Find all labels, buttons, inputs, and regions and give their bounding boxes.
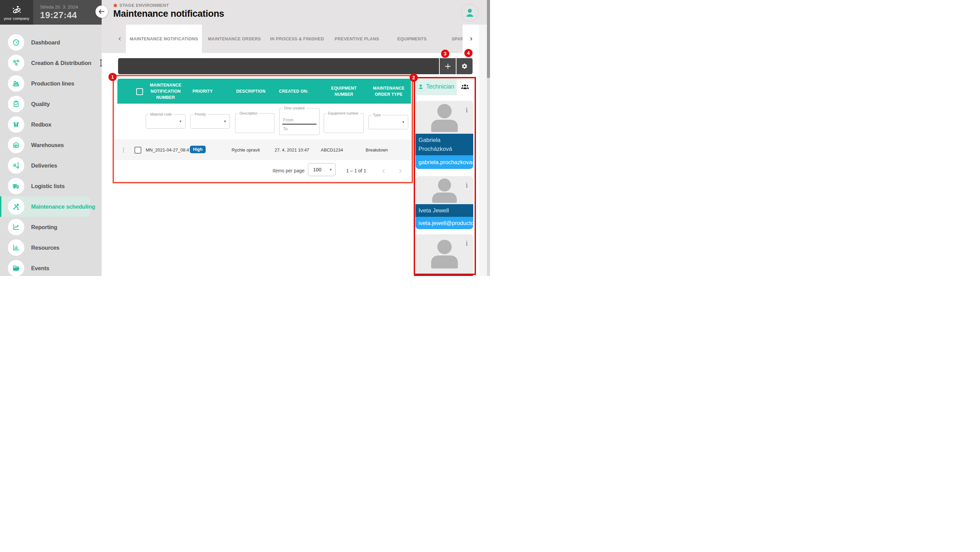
tab-equipments[interactable]: EQUIPMENTS <box>397 25 427 53</box>
sidebar-item-production-lines[interactable]: Production lines <box>0 73 102 94</box>
maintenance-icon <box>8 198 24 215</box>
time-from-input[interactable]: From <box>283 117 293 122</box>
tab-maintenance-notifications[interactable]: MAINTENANCE NOTIFICATIONS <box>130 25 198 53</box>
cell-description: Rychle opravit <box>232 147 260 152</box>
annotation-mark-2: 2 <box>410 73 418 82</box>
avatar <box>437 240 452 254</box>
sidebar-item-warehouses[interactable]: Warehouses <box>0 135 102 155</box>
cell-notification-number: MN_2021-04-27_08:47:... <box>146 147 196 152</box>
page-title: Maintenance notifications <box>113 8 224 19</box>
tabs-scroll-left-icon[interactable]: ‹ <box>115 33 125 44</box>
previous-page-icon[interactable]: ‹ <box>382 166 385 176</box>
tabs-scroll-right-icon[interactable]: › <box>466 33 476 44</box>
info-icon[interactable]: i <box>466 106 468 114</box>
table-row[interactable]: ⋮ MN_2021-04-27_08:47:... High Rychle op… <box>114 139 412 160</box>
annotation-mark-4: 4 <box>465 49 473 57</box>
column-header-notification-number[interactable]: MAINTENANCE NOTIFICATION NUMBER <box>146 82 185 100</box>
right-margin <box>479 25 487 276</box>
avatar <box>431 120 458 132</box>
reporting-icon <box>8 219 24 235</box>
sidebar-item-logistic-lists[interactable]: Logistic lists <box>0 176 102 196</box>
avatar <box>437 104 452 118</box>
group-tab[interactable] <box>457 78 473 95</box>
filter-description[interactable]: Description <box>235 113 274 133</box>
filter-equipment-number[interactable]: Equipment number <box>324 113 364 133</box>
quality-icon <box>8 96 24 112</box>
resources-icon <box>8 240 24 256</box>
chevron-down-icon: ▼ <box>329 168 332 171</box>
technician-card-avatar[interactable]: i <box>415 234 473 274</box>
column-header-description[interactable]: DESCRIPTION <box>236 88 266 94</box>
technician-tab[interactable]: Technician <box>415 78 457 95</box>
technician-email[interactable]: iveta.jewell@producto <box>415 217 473 229</box>
table-settings-button[interactable] <box>457 58 473 74</box>
gear-icon <box>461 63 468 70</box>
table-toolbar <box>118 58 473 74</box>
column-header-order-type[interactable]: MAINTENANCE ORDER TYPE <box>368 85 409 97</box>
sidebar-item-creation-distribution[interactable]: Creation & Distribution <box>0 53 102 73</box>
info-icon[interactable]: i <box>466 240 468 247</box>
time-from-underline <box>282 124 317 124</box>
technician-name[interactable]: Iveta Jewell <box>415 204 473 217</box>
delivery-icon <box>8 157 24 174</box>
row-menu-icon[interactable]: ⋮ <box>121 146 126 153</box>
sidebar-item-reporting[interactable]: Reporting <box>0 217 102 237</box>
cell-order-type: Breakdown <box>366 147 388 152</box>
column-header-created-on[interactable]: CREATED ON <box>279 88 307 94</box>
filter-type[interactable]: Type ▼ <box>369 115 408 129</box>
sidebar: Dashboard Creation & Distribution Produc… <box>0 25 102 276</box>
technician-card-avatar[interactable]: i <box>415 176 473 204</box>
filter-time-created[interactable]: Time created From To <box>279 108 320 135</box>
distribution-icon <box>8 55 24 71</box>
sidebar-item-redbox[interactable]: Redbox <box>0 114 102 135</box>
company-logo-mark <box>11 4 22 16</box>
sidebar-item-events[interactable]: Events <box>0 258 102 276</box>
technician-card-avatar[interactable]: i <box>415 101 473 134</box>
technician-name[interactable]: Gabriela Procházková <box>415 134 473 155</box>
time-to-input[interactable]: To <box>283 126 288 131</box>
pagination-bar: Items per page 100 ▼ 1 – 1 of 1 ‹ › <box>114 160 412 181</box>
column-header-priority[interactable]: PRIORITY <box>192 88 213 94</box>
cell-created-on: 27. 4. 2021 10:47 <box>274 147 309 152</box>
row-checkbox[interactable] <box>134 147 141 154</box>
user-profile-button[interactable] <box>461 4 479 22</box>
sidebar-item-maintenance-scheduling[interactable]: Maintenance scheduling <box>0 196 102 217</box>
select-all-checkbox[interactable] <box>136 88 143 95</box>
items-per-page-label: Items per page <box>273 168 305 173</box>
chevron-down-icon: ▼ <box>223 120 226 123</box>
filter-material-code[interactable]: Material code ▼ <box>146 114 185 128</box>
tab-preventive-plans[interactable]: PREVENTIVE PLANS <box>335 25 379 53</box>
user-icon <box>464 7 476 19</box>
redbox-icon <box>8 116 24 133</box>
chevron-down-icon: ▼ <box>179 120 182 123</box>
truck-icon <box>8 178 24 194</box>
annotated-region-1-table: MAINTENANCE NOTIFICATION NUMBER PRIORITY… <box>113 75 413 183</box>
sidebar-item-dashboard[interactable]: Dashboard <box>0 32 102 53</box>
gauge-icon <box>8 34 24 51</box>
back-button[interactable] <box>95 5 108 18</box>
next-page-icon[interactable]: › <box>399 166 402 176</box>
column-header-equipment-number[interactable]: EQUIPMENT NUMBER <box>327 85 361 97</box>
sidebar-item-resources[interactable]: Resources <box>0 237 102 258</box>
page-size-select[interactable]: 100 ▼ <box>308 163 336 176</box>
filter-priority[interactable]: Priority ▼ <box>190 114 230 128</box>
app-root: MAINTENANCE NOTIFICATIONS MAINTENANCE OR… <box>0 0 490 276</box>
environment-dot-icon <box>114 4 117 7</box>
table-header: MAINTENANCE NOTIFICATION NUMBER PRIORITY… <box>118 79 411 104</box>
sidebar-item-deliveries[interactable]: Deliveries <box>0 155 102 176</box>
sidebar-item-quality[interactable]: Quality <box>0 94 102 114</box>
current-time: 19:27:44 <box>40 10 102 21</box>
scrollbar-thumb[interactable] <box>487 0 490 78</box>
add-notification-button[interactable] <box>440 58 456 74</box>
technician-email[interactable]: gabriela.prochazkova@ <box>415 155 473 169</box>
text-cursor-icon <box>99 59 103 68</box>
avatar <box>438 179 451 192</box>
tab-in-process-finished[interactable]: IN PROCESS & FINISHED <box>270 25 324 53</box>
annotation-mark-3: 3 <box>441 49 449 58</box>
person-icon <box>417 84 424 90</box>
tab-maintenance-orders[interactable]: MAINTENANCE ORDERS <box>208 25 261 53</box>
sort-desc-icon[interactable]: ↓ <box>307 88 309 95</box>
annotation-mark-1: 1 <box>108 73 117 81</box>
info-icon[interactable]: i <box>466 182 468 189</box>
environment-indicator: STAGE ENVIRONMENT <box>114 3 169 8</box>
